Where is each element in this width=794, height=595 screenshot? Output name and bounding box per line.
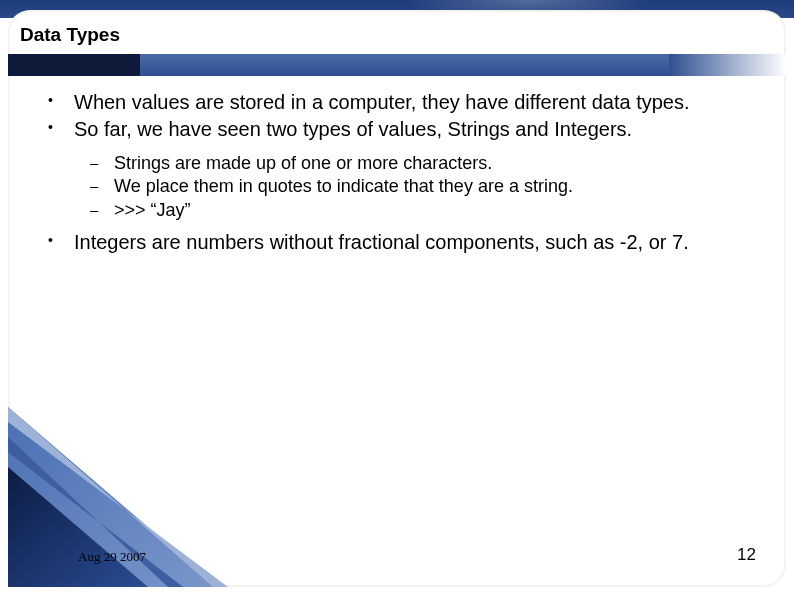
bullet-2: So far, we have seen two types of values… [34,117,760,142]
title-underline-bar [8,54,786,76]
footer-page-number: 12 [737,545,756,565]
sub-bullet-3: >>> “Jay” [34,199,760,222]
slide-card: Data Types When values are stored in a c… [8,10,786,587]
bullet-list-2: Integers are numbers without fractional … [34,230,760,255]
slide-title: Data Types [8,24,786,54]
footer-date: Aug 29 2007 [78,549,146,565]
bar-segment-light [140,54,669,76]
footer: Aug 29 2007 12 [8,545,786,565]
sub-bullet-list: Strings are made up of one or more chara… [34,152,760,222]
bar-segment-fade [669,54,786,76]
slide-content: When values are stored in a computer, th… [8,90,786,255]
bullet-list: When values are stored in a computer, th… [34,90,760,142]
bullet-1: When values are stored in a computer, th… [34,90,760,115]
bullet-3: Integers are numbers without fractional … [34,230,760,255]
sub-bullet-2: We place them in quotes to indicate that… [34,175,760,198]
sub-bullet-1: Strings are made up of one or more chara… [34,152,760,175]
